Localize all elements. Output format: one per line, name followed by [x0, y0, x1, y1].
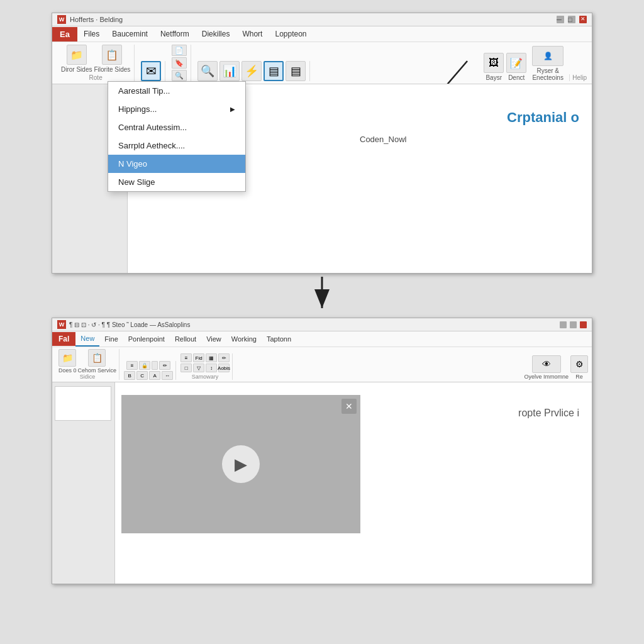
small-icon-1[interactable]: 📄: [172, 45, 187, 56]
ryser-btn[interactable]: 👤: [532, 46, 564, 66]
close-btn[interactable]: ✕: [579, 16, 587, 23]
baysr-label: Baysr: [486, 74, 502, 81]
menu-tab-ea[interactable]: Ea: [52, 27, 77, 42]
connecting-arrow: [52, 274, 592, 318]
oyelve-label: Oyelve Immomne: [524, 374, 569, 380]
bottom-window: W ¶ ⊟ ⊡ · ↺ · ¶ ¶ Steo ˜ Loade — AsSalop…: [52, 318, 592, 584]
ryser-label: Ryser & Enecteoins: [529, 67, 567, 81]
dropdown-aarestall[interactable]: Aarestall Tip...: [108, 82, 245, 100]
dropdown-newslige[interactable]: New Slige: [108, 173, 245, 191]
bottom-menu-tab-fal[interactable]: Fal: [52, 332, 75, 346]
cehom-btn[interactable]: 📋: [88, 349, 106, 367]
bottom-tb-group-mini2: ≡ Fid ▦ ✏ □ ▽ ↕ Aobis Samowary: [178, 353, 233, 380]
cehom-label: Cehom Service: [78, 367, 117, 374]
re-label: Re: [575, 374, 583, 380]
bottom-title-text: ¶ ⊟ ⊡ · ↺ · ¶ ¶ Steo ˜ Loade — AsSalopli…: [69, 321, 190, 328]
bottom-menu-tab-taptonn[interactable]: Taptonn: [262, 332, 296, 346]
mini-row-2: B C A ↔: [124, 371, 173, 380]
mini2-icon-4[interactable]: ✏: [218, 353, 230, 362]
filorite-sides-label: Filorite Sides: [94, 66, 130, 73]
bottom-menu-tab-rellout[interactable]: Rellout: [170, 332, 201, 346]
mini2-icon-2[interactable]: Fid: [193, 353, 204, 362]
bottom-title-bar: W ¶ ⊟ ⊡ · ↺ · ¶ ¶ Steo ˜ Loade — AsSalop…: [52, 318, 592, 331]
mini-row-1: ≡ 🔒 ✏: [126, 361, 170, 370]
bottom-menu-tab-new[interactable]: New: [75, 331, 99, 347]
dropdown-sarrpld[interactable]: Sarrpld Aetheck....: [108, 136, 245, 155]
bottom-close-btn[interactable]: [580, 321, 587, 328]
video-overlay: ✕ ▶: [121, 395, 360, 533]
bottom-minimize-btn[interactable]: [560, 321, 567, 328]
bottom-window-icon: W: [57, 320, 66, 329]
mini-icon-2[interactable]: 🔒: [139, 361, 150, 370]
mini2-icon-6[interactable]: ▽: [193, 364, 204, 372]
small-icon-2[interactable]: 🔖: [172, 57, 187, 69]
top-window-icon: W: [57, 15, 66, 24]
samowary-label: Samowary: [192, 374, 219, 380]
toolbar-group-right: 🖼 Baysr 📝 Denct 👤 Ryser & Enecteoins Hel…: [484, 46, 587, 81]
svg-line-1: [354, 61, 467, 84]
re-btn[interactable]: ⚙: [570, 355, 588, 373]
menu-tab-loppteon[interactable]: Loppteon: [269, 26, 313, 42]
bottom-toolbar: 📁 Does 0 📋 Cehom Service Sidice ≡ 🔒 ✏ B: [52, 347, 592, 382]
minimize-btn[interactable]: ─: [557, 16, 564, 23]
rote-icons: 📁 Diror Sides 📋 Filorite Sides: [61, 45, 130, 73]
does-btn[interactable]: 📁: [58, 349, 76, 367]
mini2-icon-7[interactable]: ↕: [206, 364, 217, 372]
toolbar-group-small: 📄 🔖 🔍: [168, 45, 191, 81]
misc-icon-3[interactable]: ⚡: [242, 61, 262, 81]
menu-tab-files[interactable]: Files: [77, 26, 106, 42]
dropdown-central[interactable]: Central Autessim...: [108, 118, 245, 136]
top-menu-bar: Ea Files Baucemint Netfform Diekilles Wh…: [52, 26, 592, 42]
slide-title: Crptanial o: [507, 109, 579, 126]
diror-sides-btn[interactable]: 📁: [67, 45, 87, 65]
bottom-menu-tab-working[interactable]: Working: [226, 332, 262, 346]
menu-tab-diekilles[interactable]: Diekilles: [196, 26, 236, 42]
coden-label: Coden_Nowl: [360, 135, 406, 144]
denct-btn[interactable]: 📝: [506, 53, 526, 73]
oyelve-btn[interactable]: 👁: [532, 355, 561, 373]
send-btn[interactable]: ✉: [141, 61, 161, 81]
menu-tab-baucemint[interactable]: Baucemint: [106, 26, 154, 42]
bottom-menu-tab-ponlenpoint[interactable]: Ponlenpoint: [123, 332, 170, 346]
top-title-bar: W Hofferts · Belding ─ □ ✕: [52, 13, 592, 26]
bottom-tb-group-right: 👁 Oyelve Immomne ⚙ Re: [524, 355, 588, 380]
misc-icon-4[interactable]: ▤: [264, 61, 284, 81]
mini-icon-4[interactable]: ✏: [159, 361, 170, 370]
misc-icons-row: 🔍 📊 ⚡ ▤ ▤: [197, 61, 306, 81]
slide-thumb-1[interactable]: [55, 386, 111, 421]
video-play-btn[interactable]: ▶: [222, 445, 260, 483]
rote-group-label: Rote: [89, 74, 103, 81]
mini2-icon-3[interactable]: ▦: [206, 353, 217, 362]
filorite-sides-btn[interactable]: 📋: [102, 45, 122, 65]
mini-icon-1[interactable]: ≡: [126, 361, 138, 370]
bottom-menu-bar: Fal New Fine Ponlenpoint Rellout View Wo…: [52, 331, 592, 347]
misc-icon-5[interactable]: ▤: [286, 61, 306, 81]
mini2-icon-5[interactable]: □: [180, 364, 192, 372]
misc-icon-1[interactable]: 🔍: [197, 61, 218, 81]
bottom-menu-tab-view[interactable]: View: [201, 332, 226, 346]
mini-icon-5[interactable]: B: [124, 371, 135, 380]
mini-icon-3[interactable]: [152, 361, 158, 370]
mini-icon-8[interactable]: ↔: [162, 371, 173, 380]
mini-icon-6[interactable]: C: [136, 371, 148, 380]
small-icon-3[interactable]: 🔍: [172, 70, 187, 81]
menu-tab-netfform[interactable]: Netfform: [154, 26, 196, 42]
denct-label: Denct: [508, 74, 525, 81]
dropdown-nvigeo[interactable]: N Vigeo: [108, 155, 245, 173]
bottom-tb-group-mini: ≡ 🔒 ✏ B C A ↔: [121, 361, 176, 380]
bottom-maximize-btn[interactable]: [570, 321, 577, 328]
small-icons-col: 📄 🔖 🔍: [172, 45, 187, 81]
mini-icon-7[interactable]: A: [149, 371, 160, 380]
bottom-menu-tab-fine[interactable]: Fine: [99, 332, 123, 346]
bottom-slide-main: ✕ ▶ ropte Prvlice i: [115, 382, 592, 584]
video-close-btn[interactable]: ✕: [341, 399, 357, 414]
misc-icon-2[interactable]: 📊: [219, 61, 240, 81]
dropdown-hippings[interactable]: Hippings... ▶: [108, 100, 245, 118]
menu-tab-whort[interactable]: Whort: [236, 26, 269, 42]
toolbar-group-send: ✉: [137, 61, 165, 81]
mini2-icon-8[interactable]: Aobis: [218, 364, 230, 372]
baysr-btn[interactable]: 🖼: [484, 53, 504, 73]
maximize-btn[interactable]: □: [568, 16, 575, 23]
mini2-icon-1[interactable]: ≡: [180, 353, 192, 362]
top-toolbar: 📁 Diror Sides 📋 Filorite Sides Rote ✉ 📄 …: [52, 42, 592, 84]
